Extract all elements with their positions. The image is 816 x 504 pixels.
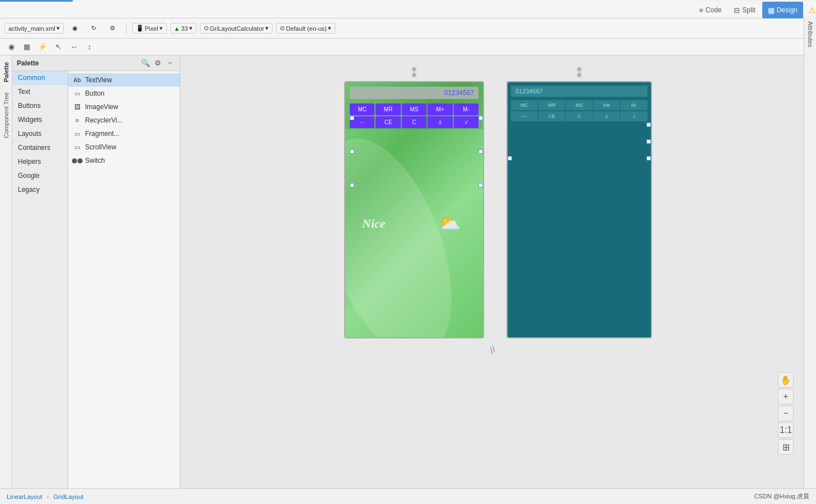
palette-settings-button[interactable]: ⚙ [153,58,163,68]
breadcrumb-linearlayout[interactable]: LinearLayout [7,493,43,500]
api-icon: ▲ [174,25,180,32]
file-dropdown[interactable]: activity_main.xml ▾ [4,23,64,34]
teal-btn-dash[interactable]: — [511,111,538,121]
item-button[interactable]: ▭ Button [68,87,180,100]
zoom-in-button[interactable]: + [778,389,794,404]
handle-mr [479,149,483,154]
teal-handle-bl [508,156,512,161]
green-phone-frame[interactable]: 01234567 MC MR MS M+ M- ← CE C ± [344,81,484,338]
textview-icon: Ab [73,76,82,84]
palette-search-button[interactable]: 🔍 [140,58,151,68]
item-recyclerview[interactable]: ≡ RecyclerVi... [68,114,180,127]
green-phone-wrapper: ⁑ 01234567 MC MR MS M+ M- ← [344,67,484,338]
left-tabs: Palette Component Tree [0,55,12,488]
design-area: ⁑ 01234567 MC MR MS M+ M- ← [180,55,816,488]
palette-minimize-button[interactable]: − [165,58,175,68]
component-tree-tab[interactable]: Component Tree [1,88,11,143]
csdn-label: CSDN @Hxiug.虎晨 [754,492,809,501]
green-phone-pin: ⁑ [411,67,417,80]
split-tab[interactable]: ⊟ Split [728,2,761,18]
calc-btn-c[interactable]: C [402,116,426,128]
teal-calc-row1: MC MR MS Me M- [508,100,651,111]
code-lines-icon: ≡ [699,6,704,15]
locale-arrow-icon: ▾ [328,25,331,32]
code-tab[interactable]: ≡ Code [693,2,727,18]
green-phone-bg: 01234567 MC MR MS M+ M- ← CE C ± [345,82,483,337]
device-arrow-icon: ▾ [160,25,163,32]
cat-layouts[interactable]: Layouts [12,127,68,141]
teal-btn-m[interactable]: M- [621,100,648,110]
cat-text[interactable]: Text [12,85,68,99]
layout-icon: ⊙ [204,25,209,32]
cat-google[interactable]: Google [12,169,68,183]
main-content: Palette Component Tree Palette 🔍 ⚙ − Com… [0,55,816,488]
layout-dropdown[interactable]: ⊙ GriLayoutCalculator ▾ [200,23,273,34]
cat-legacy[interactable]: Legacy [12,183,68,197]
teal-btn-me[interactable]: Me [593,100,620,110]
attributes-tab[interactable]: Attributes [805,17,815,51]
calc-btn-mr[interactable]: MR [376,103,400,115]
palette-tab[interactable]: Palette [1,58,11,87]
handle-br [479,183,483,187]
main-toolbar: activity_main.xml ▾ ◉ ↻ ⚙ 📱 Pixel ▾ ▲ 33… [0,18,816,39]
grid-button[interactable]: ▦ [20,41,34,53]
item-imageview[interactable]: 🖼 ImageView [68,100,180,114]
teal-calc-overlay: 01234567 MC MR MS Me M- — CE C ± [508,82,651,123]
item-fragment[interactable]: ▭ Fragment... [68,127,180,140]
teal-btn-mc[interactable]: MC [511,100,538,110]
cursor-button[interactable]: ↖ [51,41,65,53]
bolt-button[interactable]: ⚡ [36,41,49,53]
view-toolbar: ◉ ▦ ⚡ ↖ ↔ ↕ [0,39,816,55]
green-calc-row1: MC MR MS M+ M- [345,103,483,116]
teal-phone-frame[interactable]: 01234567 MC MR MS Me M- — CE C ± [507,81,652,338]
zoom-out-button[interactable]: − [778,406,794,421]
h-arrow-button[interactable]: ↔ [67,41,81,53]
device-dropdown[interactable]: 📱 Pixel ▾ [132,23,167,34]
eye-button[interactable]: ◉ [67,23,83,34]
calc-btn-ce[interactable]: CE [376,116,400,128]
cat-containers[interactable]: Containers [12,141,68,155]
teal-btn-ms[interactable]: MS [566,100,593,110]
item-scrollview[interactable]: ▭ ScrollView [68,140,180,154]
calc-btn-plusminus[interactable]: ± [428,116,452,128]
item-switch[interactable]: ⬤⬤ Switch [68,154,180,167]
imageview-icon: 🖼 [73,102,82,111]
refresh-button[interactable]: ↻ [86,23,101,34]
locale-dropdown[interactable]: ⊙ Default (en-us) ▾ [276,23,335,34]
calc-btn-mc[interactable]: MC [350,103,374,115]
switch-icon: ⬤⬤ [73,156,82,165]
cat-common[interactable]: Common [12,71,68,85]
cat-buttons[interactable]: Buttons [12,99,68,113]
zoom-reset-button[interactable]: 1:1 [778,422,794,438]
api-dropdown[interactable]: ▲ 33 ▾ [170,23,196,34]
fit-button[interactable]: ⊞ [778,439,794,455]
palette-header: Palette 🔍 ⚙ − [12,55,180,71]
item-textview[interactable]: Ab TextView [68,73,180,87]
teal-btn-sqrt[interactable]: √ [621,111,648,121]
teal-btn-ce[interactable]: CE [538,111,565,121]
eye2-button[interactable]: ◉ [4,41,18,53]
design-tab[interactable]: ▦ Design [762,2,803,18]
refresh-icon: ↻ [91,25,96,32]
button-icon: ▭ [73,89,82,98]
calc-btn-mplus[interactable]: M+ [428,103,452,115]
teal-btn-pm[interactable]: ± [593,111,620,121]
calc-btn-sqrt[interactable]: √ [454,116,479,128]
calc-btn-mminus[interactable]: M- [454,103,479,115]
nice-text: Nice [362,216,386,231]
phone-icon: 📱 [136,25,144,32]
eye-icon: ◉ [72,25,78,32]
teal-btn-mr[interactable]: MR [538,100,565,110]
palette-categories: Common Text Buttons Widgets Layouts Cont… [12,71,68,488]
breadcrumb-gridlayout[interactable]: GridLayout [53,493,83,500]
weather-icon: ⛅ [438,213,461,234]
cat-helpers[interactable]: Helpers [12,155,68,169]
hand-button[interactable]: ✋ [778,372,794,388]
teal-phone-wrapper: ⁑ 01234567 MC MR MS Me M- — [507,67,652,338]
teal-btn-c[interactable]: C [566,111,593,121]
calc-btn-ms[interactable]: MS [402,103,426,115]
settings-button[interactable]: ⚙ [105,23,120,34]
teal-calc-display: 01234567 [511,86,648,97]
cat-widgets[interactable]: Widgets [12,113,68,127]
v-arrow-button[interactable]: ↕ [83,41,96,53]
